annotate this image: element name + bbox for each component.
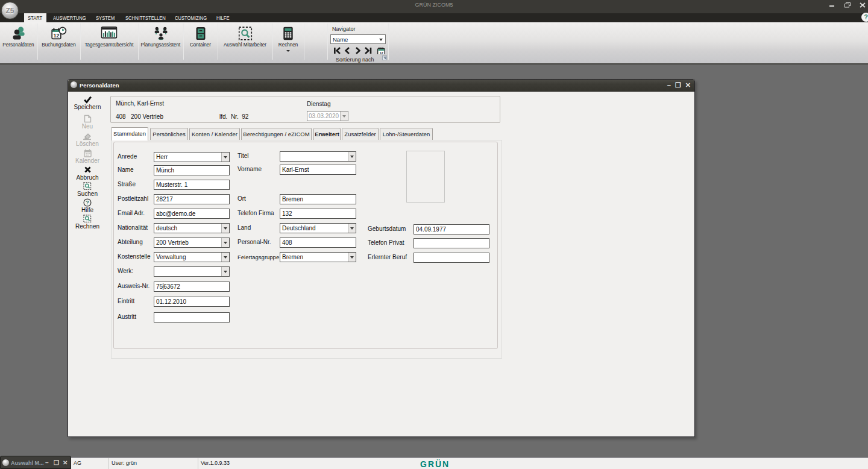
svg-text:12: 12 [379, 51, 383, 54]
svg-text:12: 12 [53, 33, 59, 39]
svg-text:?: ? [86, 199, 89, 206]
